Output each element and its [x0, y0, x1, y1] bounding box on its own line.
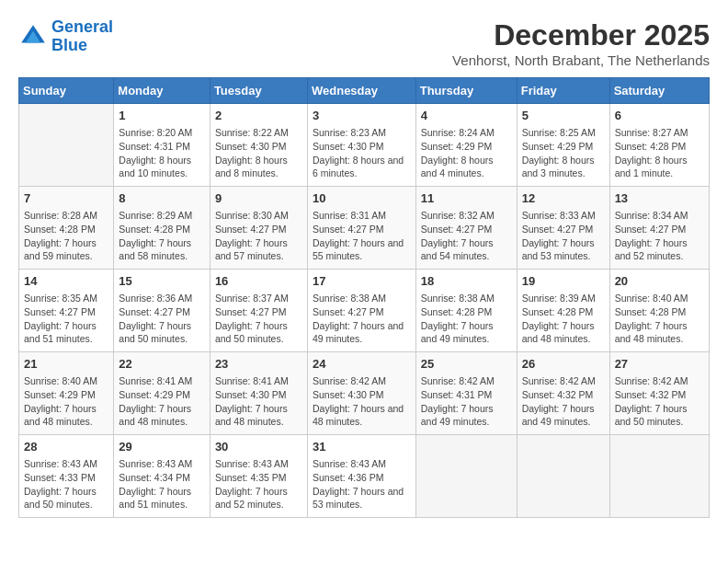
day-info: Sunrise: 8:30 AMSunset: 4:27 PMDaylight:… — [215, 209, 302, 263]
day-cell: 1Sunrise: 8:20 AMSunset: 4:31 PMDaylight… — [114, 104, 210, 187]
day-cell: 12Sunrise: 8:33 AMSunset: 4:27 PMDayligh… — [517, 187, 609, 270]
day-info: Sunrise: 8:28 AMSunset: 4:28 PMDaylight:… — [24, 209, 108, 263]
header-monday: Monday — [114, 78, 210, 104]
day-cell: 25Sunrise: 8:42 AMSunset: 4:31 PMDayligh… — [415, 352, 517, 435]
day-info: Sunrise: 8:38 AMSunset: 4:28 PMDaylight:… — [421, 292, 512, 346]
day-info: Sunrise: 8:31 AMSunset: 4:27 PMDaylight:… — [313, 209, 411, 263]
day-cell: 21Sunrise: 8:40 AMSunset: 4:29 PMDayligh… — [19, 352, 114, 435]
day-cell: 13Sunrise: 8:34 AMSunset: 4:27 PMDayligh… — [609, 187, 709, 270]
day-cell: 3Sunrise: 8:23 AMSunset: 4:30 PMDaylight… — [307, 104, 415, 187]
day-info: Sunrise: 8:42 AMSunset: 4:32 PMDaylight:… — [522, 374, 605, 429]
header-thursday: Thursday — [415, 78, 517, 104]
calendar-table: SundayMondayTuesdayWednesdayThursdayFrid… — [18, 77, 710, 518]
header-saturday: Saturday — [609, 78, 709, 104]
day-cell: 16Sunrise: 8:37 AMSunset: 4:27 PMDayligh… — [210, 270, 307, 352]
day-info: Sunrise: 8:39 AMSunset: 4:28 PMDaylight:… — [522, 292, 605, 346]
day-info: Sunrise: 8:37 AMSunset: 4:27 PMDaylight:… — [215, 292, 302, 346]
week-row-1: 1Sunrise: 8:20 AMSunset: 4:31 PMDaylight… — [19, 104, 710, 187]
day-number: 26 — [522, 356, 605, 373]
day-number: 14 — [24, 273, 108, 290]
day-cell: 28Sunrise: 8:43 AMSunset: 4:33 PMDayligh… — [19, 435, 114, 518]
day-cell: 4Sunrise: 8:24 AMSunset: 4:29 PMDaylight… — [415, 104, 517, 187]
day-cell: 5Sunrise: 8:25 AMSunset: 4:29 PMDaylight… — [517, 104, 609, 187]
location: Venhorst, North Brabant, The Netherlands — [452, 52, 710, 68]
month-year: December 2025 — [452, 18, 710, 52]
header-sunday: Sunday — [19, 78, 114, 104]
day-cell: 11Sunrise: 8:32 AMSunset: 4:27 PMDayligh… — [415, 187, 517, 270]
day-number: 28 — [24, 439, 108, 455]
day-number: 4 — [421, 108, 512, 124]
day-number: 3 — [313, 108, 411, 124]
day-cell: 6Sunrise: 8:27 AMSunset: 4:28 PMDaylight… — [609, 104, 709, 187]
day-cell: 20Sunrise: 8:40 AMSunset: 4:28 PMDayligh… — [609, 270, 709, 352]
day-cell — [415, 435, 517, 518]
day-info: Sunrise: 8:41 AMSunset: 4:29 PMDaylight:… — [119, 374, 205, 429]
day-number: 25 — [421, 356, 512, 373]
week-row-3: 14Sunrise: 8:35 AMSunset: 4:27 PMDayligh… — [19, 270, 710, 352]
day-cell: 24Sunrise: 8:42 AMSunset: 4:30 PMDayligh… — [307, 352, 415, 435]
logo-text: General Blue — [51, 18, 113, 55]
day-cell: 30Sunrise: 8:43 AMSunset: 4:35 PMDayligh… — [210, 435, 307, 518]
day-number: 6 — [615, 108, 704, 124]
day-cell: 2Sunrise: 8:22 AMSunset: 4:30 PMDaylight… — [210, 104, 307, 187]
day-number: 7 — [24, 190, 108, 207]
day-cell — [19, 104, 114, 187]
day-number: 31 — [313, 439, 411, 455]
day-cell: 10Sunrise: 8:31 AMSunset: 4:27 PMDayligh… — [307, 187, 415, 270]
day-info: Sunrise: 8:24 AMSunset: 4:29 PMDaylight:… — [421, 126, 512, 180]
day-info: Sunrise: 8:40 AMSunset: 4:29 PMDaylight:… — [24, 374, 108, 429]
day-cell: 17Sunrise: 8:38 AMSunset: 4:27 PMDayligh… — [307, 270, 415, 352]
header-wednesday: Wednesday — [307, 78, 415, 104]
day-info: Sunrise: 8:22 AMSunset: 4:30 PMDaylight:… — [215, 126, 302, 180]
day-number: 8 — [119, 190, 205, 207]
title-block: December 2025 Venhorst, North Brabant, T… — [452, 18, 710, 68]
day-number: 22 — [119, 356, 205, 373]
logo-line2: Blue — [51, 36, 87, 54]
day-info: Sunrise: 8:33 AMSunset: 4:27 PMDaylight:… — [522, 209, 605, 263]
day-cell: 22Sunrise: 8:41 AMSunset: 4:29 PMDayligh… — [114, 352, 210, 435]
day-number: 20 — [615, 273, 704, 290]
day-info: Sunrise: 8:25 AMSunset: 4:29 PMDaylight:… — [522, 126, 605, 180]
day-info: Sunrise: 8:23 AMSunset: 4:30 PMDaylight:… — [313, 126, 411, 180]
day-number: 16 — [215, 273, 302, 290]
day-info: Sunrise: 8:42 AMSunset: 4:32 PMDaylight:… — [615, 374, 704, 429]
day-number: 13 — [615, 190, 704, 207]
day-number: 15 — [119, 273, 205, 290]
day-cell — [609, 435, 709, 518]
day-number: 29 — [119, 439, 205, 455]
logo-line1: General — [51, 17, 113, 36]
day-info: Sunrise: 8:43 AMSunset: 4:36 PMDaylight:… — [313, 457, 411, 511]
day-number: 12 — [522, 190, 605, 207]
week-row-5: 28Sunrise: 8:43 AMSunset: 4:33 PMDayligh… — [19, 435, 710, 518]
day-cell: 27Sunrise: 8:42 AMSunset: 4:32 PMDayligh… — [609, 352, 709, 435]
day-number: 18 — [421, 273, 512, 290]
day-cell: 26Sunrise: 8:42 AMSunset: 4:32 PMDayligh… — [517, 352, 609, 435]
logo: General Blue — [18, 18, 113, 55]
day-info: Sunrise: 8:32 AMSunset: 4:27 PMDaylight:… — [421, 209, 512, 263]
day-info: Sunrise: 8:38 AMSunset: 4:27 PMDaylight:… — [313, 292, 411, 346]
logo-icon — [18, 22, 48, 52]
day-number: 1 — [119, 108, 205, 124]
day-number: 5 — [522, 108, 605, 124]
day-cell: 29Sunrise: 8:43 AMSunset: 4:34 PMDayligh… — [114, 435, 210, 518]
day-cell: 7Sunrise: 8:28 AMSunset: 4:28 PMDaylight… — [19, 187, 114, 270]
day-number: 19 — [522, 273, 605, 290]
day-info: Sunrise: 8:43 AMSunset: 4:35 PMDaylight:… — [215, 457, 302, 511]
day-info: Sunrise: 8:41 AMSunset: 4:30 PMDaylight:… — [215, 374, 302, 429]
day-number: 10 — [313, 190, 411, 207]
day-info: Sunrise: 8:42 AMSunset: 4:31 PMDaylight:… — [421, 374, 512, 429]
day-cell: 9Sunrise: 8:30 AMSunset: 4:27 PMDaylight… — [210, 187, 307, 270]
day-info: Sunrise: 8:34 AMSunset: 4:27 PMDaylight:… — [615, 209, 704, 263]
day-cell: 18Sunrise: 8:38 AMSunset: 4:28 PMDayligh… — [415, 270, 517, 352]
header-friday: Friday — [517, 78, 609, 104]
day-number: 11 — [421, 190, 512, 207]
day-info: Sunrise: 8:29 AMSunset: 4:28 PMDaylight:… — [119, 209, 205, 263]
day-number: 2 — [215, 108, 302, 124]
day-cell: 14Sunrise: 8:35 AMSunset: 4:27 PMDayligh… — [19, 270, 114, 352]
day-info: Sunrise: 8:27 AMSunset: 4:28 PMDaylight:… — [615, 126, 704, 180]
day-info: Sunrise: 8:35 AMSunset: 4:27 PMDaylight:… — [24, 292, 108, 346]
day-info: Sunrise: 8:20 AMSunset: 4:31 PMDaylight:… — [119, 126, 205, 180]
day-cell: 19Sunrise: 8:39 AMSunset: 4:28 PMDayligh… — [517, 270, 609, 352]
day-info: Sunrise: 8:43 AMSunset: 4:34 PMDaylight:… — [119, 457, 205, 511]
day-cell: 8Sunrise: 8:29 AMSunset: 4:28 PMDaylight… — [114, 187, 210, 270]
